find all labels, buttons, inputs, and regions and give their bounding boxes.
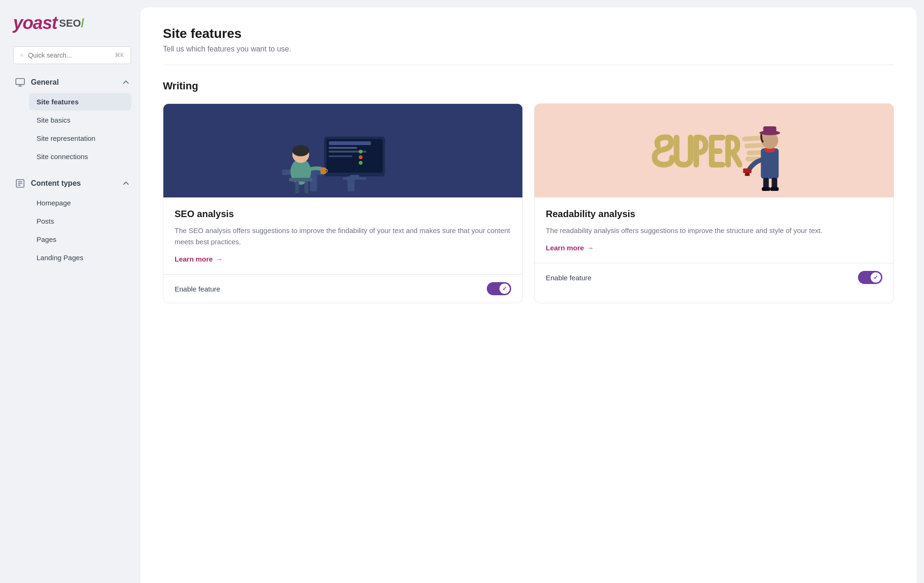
search-icon (20, 51, 23, 59)
seo-analysis-description: The SEO analysis offers suggestions to i… (175, 225, 511, 248)
sidebar-item-pages[interactable]: Pages (29, 231, 131, 248)
readability-analysis-footer: Enable feature ✓ (535, 263, 894, 292)
svg-point-17 (359, 161, 363, 165)
sidebar-item-landing-pages[interactable]: Landing Pages (29, 249, 131, 266)
seo-analysis-card: SEO analysis The SEO analysis offers sug… (163, 103, 523, 303)
sidebar-item-site-connections[interactable]: Site connections (29, 148, 131, 165)
readability-illustration (535, 104, 894, 197)
svg-rect-36 (770, 187, 779, 191)
sidebar: yoast SEO / ⌘K General Site features (0, 0, 140, 583)
seo-analysis-learn-more[interactable]: Learn more → (175, 255, 511, 263)
seo-toggle-track: ✓ (487, 282, 511, 295)
svg-rect-32 (763, 126, 777, 135)
svg-rect-1 (16, 79, 24, 85)
nav-section-general-title-area: General (15, 77, 59, 87)
svg-point-20 (293, 145, 309, 156)
svg-point-16 (359, 155, 363, 159)
logo-slash: / (81, 16, 84, 30)
sidebar-item-site-basics[interactable]: Site basics (29, 111, 131, 129)
readability-analysis-card: Readability analysis The readability ana… (534, 103, 894, 303)
svg-rect-37 (743, 168, 752, 173)
seo-analysis-title: SEO analysis (175, 209, 511, 219)
monitor-icon (15, 77, 25, 87)
sidebar-item-site-representation[interactable]: Site representation (29, 130, 131, 147)
sidebar-item-homepage[interactable]: Homepage (29, 194, 131, 211)
main-content: Site features Tell us which features you… (140, 7, 917, 583)
seo-toggle-thumb: ✓ (499, 284, 510, 294)
svg-rect-22 (295, 182, 299, 193)
nav-section-content-types: Content types Homepage Posts Pages Landi… (13, 175, 131, 266)
readability-analysis-title: Readability analysis (546, 209, 882, 219)
nav-section-general-header[interactable]: General (13, 73, 131, 91)
chevron-up-icon-content (123, 180, 129, 187)
sidebar-item-site-features[interactable]: Site features (29, 93, 131, 110)
readability-toggle-check: ✓ (873, 274, 878, 281)
seo-analysis-image (163, 104, 522, 197)
seo-enable-label: Enable feature (175, 285, 220, 293)
readability-enable-toggle[interactable]: ✓ (858, 271, 882, 284)
svg-rect-25 (321, 168, 326, 174)
svg-rect-10 (343, 177, 367, 180)
seo-analysis-footer: Enable feature ✓ (163, 274, 522, 303)
seo-toggle-check: ✓ (502, 285, 507, 292)
search-box[interactable]: ⌘K (13, 46, 131, 64)
writing-section-title: Writing (163, 80, 894, 92)
feature-cards-grid: SEO analysis The SEO analysis offers sug… (163, 103, 894, 303)
seo-illustration (163, 104, 522, 197)
svg-point-15 (359, 150, 363, 153)
chevron-up-icon (123, 79, 129, 86)
svg-rect-28 (761, 148, 779, 179)
readability-analysis-body: Readability analysis The readability ana… (535, 197, 894, 263)
readability-analysis-description: The readability analysis offers suggesti… (546, 225, 882, 236)
nav-section-content-types-title-area: Content types (15, 178, 81, 189)
search-input[interactable] (28, 51, 110, 59)
readability-analysis-image (535, 104, 894, 197)
document-icon (15, 178, 25, 189)
svg-rect-11 (329, 141, 371, 145)
general-nav-items: Site features Site basics Site represent… (13, 93, 131, 165)
seo-enable-toggle[interactable]: ✓ (487, 282, 511, 295)
sidebar-item-posts[interactable]: Posts (29, 212, 131, 230)
readability-enable-label: Enable feature (546, 274, 592, 282)
page-subtitle: Tell us which features you want to use. (163, 45, 894, 53)
search-shortcut: ⌘K (115, 52, 124, 58)
page-header: Site features Tell us which features you… (163, 26, 894, 65)
nav-section-content-types-header[interactable]: Content types (13, 175, 131, 192)
readability-analysis-learn-more[interactable]: Learn more → (546, 244, 882, 252)
svg-rect-21 (289, 178, 313, 182)
content-types-nav-items: Homepage Posts Pages Landing Pages (13, 194, 131, 266)
nav-section-general: General Site features Site basics Site r… (13, 73, 131, 165)
readability-toggle-track: ✓ (858, 271, 882, 284)
logo-brand: yoast (13, 13, 57, 33)
svg-rect-35 (762, 187, 770, 191)
svg-rect-12 (329, 147, 357, 149)
seo-analysis-body: SEO analysis The SEO analysis offers sug… (163, 197, 522, 274)
readability-toggle-thumb: ✓ (871, 272, 881, 283)
svg-rect-23 (305, 182, 308, 193)
nav-section-general-label: General (31, 78, 59, 87)
svg-rect-14 (329, 155, 352, 157)
page-title: Site features (163, 26, 894, 41)
nav-section-content-types-label: Content types (31, 179, 81, 188)
logo: yoast SEO / (13, 13, 131, 33)
logo-product: SEO (59, 17, 81, 29)
svg-rect-5 (310, 175, 317, 191)
svg-rect-38 (745, 173, 750, 176)
